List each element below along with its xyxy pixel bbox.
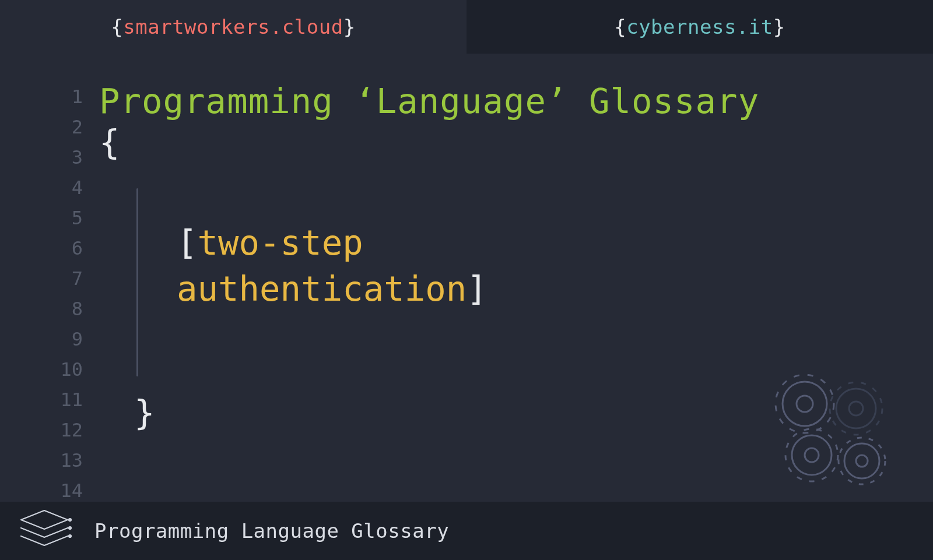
line-number: 2 xyxy=(0,112,83,142)
code-column: Programming ‘Language’ Glossary { [two-s… xyxy=(99,54,933,502)
code-editor: 1234567891011121314 Programming ‘Languag… xyxy=(0,54,933,502)
stack-icon xyxy=(16,508,72,554)
line-number: 12 xyxy=(0,415,83,445)
line-number: 9 xyxy=(0,324,83,354)
line-number: 3 xyxy=(0,142,83,172)
line-number: 13 xyxy=(0,445,83,476)
svg-point-3 xyxy=(836,389,876,428)
tab-cyberness[interactable]: {cyberness.it} xyxy=(466,0,933,54)
line-number: 10 xyxy=(0,354,83,385)
term-block: [two-step authentication] xyxy=(99,188,933,376)
indent-guide xyxy=(136,188,138,376)
svg-point-8 xyxy=(785,429,838,481)
line-number-gutter: 1234567891011121314 xyxy=(0,54,99,502)
svg-point-6 xyxy=(792,435,832,475)
svg-point-7 xyxy=(805,448,819,462)
svg-point-2 xyxy=(776,375,834,433)
brace-close: } xyxy=(773,15,785,38)
glossary-term: [two-step authentication] xyxy=(177,188,487,376)
footer-bar: Programming Language Glossary xyxy=(0,502,933,560)
gears-icon xyxy=(763,368,903,490)
svg-point-1 xyxy=(797,396,813,412)
svg-point-10 xyxy=(856,455,868,467)
svg-point-0 xyxy=(783,382,827,426)
bracket-open: [ xyxy=(177,223,198,263)
svg-point-9 xyxy=(844,443,879,478)
line-number: 1 xyxy=(0,82,83,112)
open-brace: { xyxy=(99,122,933,163)
tab-label: cyberness.it xyxy=(626,15,773,38)
line-number: 11 xyxy=(0,385,83,415)
brace-open: { xyxy=(111,15,123,38)
tab-bar: {smartworkers.cloud} {cyberness.it} xyxy=(0,0,933,54)
svg-point-4 xyxy=(849,401,863,415)
tab-label: smartworkers.cloud xyxy=(123,15,343,38)
line-number: 14 xyxy=(0,476,83,506)
line-number: 5 xyxy=(0,203,83,233)
line-number: 6 xyxy=(0,233,83,263)
line-number: 8 xyxy=(0,294,83,324)
page-title: Programming ‘Language’ Glossary xyxy=(99,82,933,121)
term-line-1: two-step xyxy=(198,223,363,263)
footer-label: Programming Language Glossary xyxy=(94,519,449,543)
svg-point-5 xyxy=(830,382,882,435)
brace-open: { xyxy=(614,15,626,38)
term-line-2: authentication xyxy=(177,269,466,309)
tab-smartworkers[interactable]: {smartworkers.cloud} xyxy=(0,0,466,54)
svg-point-11 xyxy=(839,438,885,484)
main-layer: {smartworkers.cloud} {cyberness.it} 1234… xyxy=(0,0,933,502)
bracket-close: ] xyxy=(466,269,487,309)
line-number: 7 xyxy=(0,263,83,294)
line-number: 4 xyxy=(0,172,83,203)
svg-marker-12 xyxy=(21,510,68,529)
brace-close: } xyxy=(343,15,356,38)
